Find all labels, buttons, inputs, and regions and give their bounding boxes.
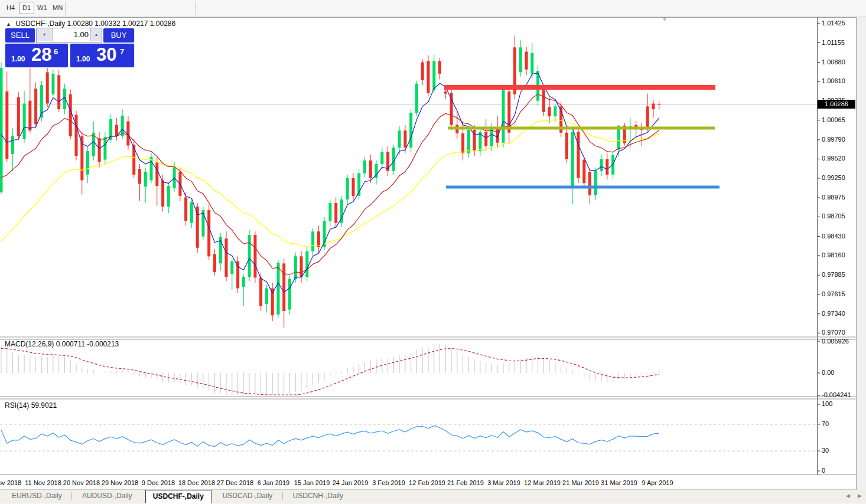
quote-close: 1.00286	[150, 19, 175, 28]
buy-lot-label: 1.00	[76, 55, 90, 63]
rsi-axis-label: 70	[822, 420, 829, 427]
price-axis-label: 1.00880	[822, 58, 845, 66]
date-axis-label: 3 Mar 2019	[487, 479, 520, 486]
macd-axis-label: 0.005926	[822, 338, 849, 345]
price-axis-label: 0.98705	[822, 212, 845, 220]
price-axis-label: 0.98975	[822, 194, 845, 201]
price-axis-label: 0.97615	[822, 290, 845, 297]
date-axis-label: 27 Dec 2018	[217, 479, 253, 486]
chart-tab-audusd[interactable]: AUDUSD-,Daily	[75, 490, 139, 502]
quote-open: 1.00280	[67, 19, 93, 28]
tab-separator	[71, 492, 72, 500]
volume-stepper[interactable]: ▾ 1.00 ▴	[36, 28, 102, 43]
one-click-trade-panel: SELL ▾ 1.00 ▴ BUY 1.00 28 6 1.00 30 7	[5, 28, 134, 67]
rsi-axis-label: 100	[822, 400, 832, 407]
date-axis-label: 9 Apr 2019	[642, 479, 673, 486]
collapse-icon[interactable]: ▲	[6, 21, 11, 27]
chart-tab-eurusd[interactable]: EURUSD-,Daily	[5, 490, 69, 502]
macd-axis-label: -0.004241	[822, 391, 851, 398]
price-axis-label: 0.97885	[822, 271, 845, 278]
date-axis-label: 21 Mar 2019	[562, 479, 599, 486]
buy-price-sup: 7	[120, 47, 124, 56]
rsi-axis-label: 0	[822, 467, 825, 474]
sell-price-sup: 6	[54, 47, 58, 56]
buy-button[interactable]: BUY	[103, 28, 135, 43]
date-axis-label: 1 Nov 2018	[0, 479, 21, 486]
date-axis-label: 12 Mar 2019	[524, 479, 561, 486]
buy-price-big: 30	[96, 44, 116, 66]
date-axis-label: 12 Feb 2019	[409, 479, 445, 486]
price-axis-label: 1.00610	[822, 77, 845, 84]
chevron-down-icon[interactable]: ▼	[662, 16, 668, 22]
symbol-label: USDCHF-,Daily	[15, 19, 65, 28]
date-axis-label: 24 Jan 2019	[333, 479, 369, 486]
macd-label: MACD(12,26,9) 0.000711 -0.000213	[5, 340, 119, 348]
price-axis-label: 0.98160	[822, 251, 845, 258]
price-axis-border	[817, 17, 818, 475]
chart-tab-usdcad[interactable]: USDCAD-,Daily	[216, 490, 280, 502]
sell-price-box[interactable]: 1.00 28 6	[5, 43, 69, 68]
quote-high: 1.00332	[95, 19, 120, 28]
chart-title: ▲ USDCHF-,Daily 1.00280 1.00332 1.00217 …	[6, 19, 175, 28]
price-axis-label: 0.97070	[822, 329, 845, 336]
date-axis-label: 9 Dec 2018	[142, 479, 175, 486]
price-axis-label: 0.98430	[822, 233, 845, 240]
price-axis-label: 1.01425	[822, 19, 845, 27]
sell-price-big: 28	[31, 44, 51, 66]
rsi-label: RSI(14) 59.9021	[5, 401, 57, 410]
chart-tab-usdchf[interactable]: USDCHF-,Daily	[145, 490, 211, 503]
price-axis-label: 0.99250	[822, 174, 845, 181]
date-axis-label: 20 Nov 2018	[63, 479, 100, 486]
chart-tab-usdcnh[interactable]: USDCNH-,Daily	[286, 490, 350, 502]
date-axis-label: 11 Nov 2018	[25, 479, 61, 486]
date-axis-label: 29 Nov 2018	[102, 479, 138, 486]
date-axis-label: 6 Jan 2019	[258, 479, 289, 486]
price-axis-label: 0.97340	[822, 310, 845, 317]
macd-axis-label: 0.00	[822, 369, 834, 376]
tab-separator	[282, 492, 283, 500]
volume-input[interactable]: 1.00	[53, 28, 89, 41]
date-axis[interactable]: 1 Nov 201811 Nov 201820 Nov 201829 Nov 2…	[0, 475, 856, 489]
price-axis-label: 1.01155	[822, 39, 845, 46]
price-axis-label: 1.00335	[822, 97, 845, 104]
macd-value-1: 0.000711	[56, 340, 85, 348]
macd-value-2: -0.000213	[87, 340, 119, 348]
date-axis-label: 18 Dec 2018	[178, 479, 215, 486]
volume-decrease-icon[interactable]: ▾	[37, 28, 53, 41]
sell-lot-label: 1.00	[11, 55, 25, 63]
tab-scroll-left-icon[interactable]: ◀	[846, 493, 850, 499]
chart-canvas[interactable]	[0, 0, 866, 504]
tab-scroll-right-icon[interactable]: ▶	[858, 493, 862, 499]
rsi-value: 59.9021	[31, 401, 57, 410]
rsi-axis-label: 30	[822, 447, 829, 454]
date-axis-label: 3 Feb 2019	[372, 479, 405, 486]
price-axis-label: 1.00065	[822, 116, 845, 123]
date-axis-label: 31 Mar 2019	[601, 479, 637, 486]
sell-button[interactable]: SELL	[5, 28, 35, 43]
volume-increase-icon[interactable]: ▴	[90, 28, 102, 41]
chart-tab-bar: ◀ ▶ EURUSD-,DailyAUDUSD-,DailyUSDCHF-,Da…	[0, 490, 866, 503]
price-axis-label: 0.99790	[822, 136, 845, 143]
date-axis-label: 15 Jan 2019	[294, 479, 330, 486]
price-axis-label: 0.99520	[822, 155, 845, 162]
buy-price-box[interactable]: 1.00 30 7	[70, 43, 135, 68]
mt4-terminal: { "toolbar": { "timeframes": [ {"label":…	[0, 0, 866, 504]
quote-low: 1.00217	[122, 19, 148, 28]
window-gutter	[857, 17, 866, 490]
date-axis-label: 21 Feb 2019	[447, 479, 484, 486]
